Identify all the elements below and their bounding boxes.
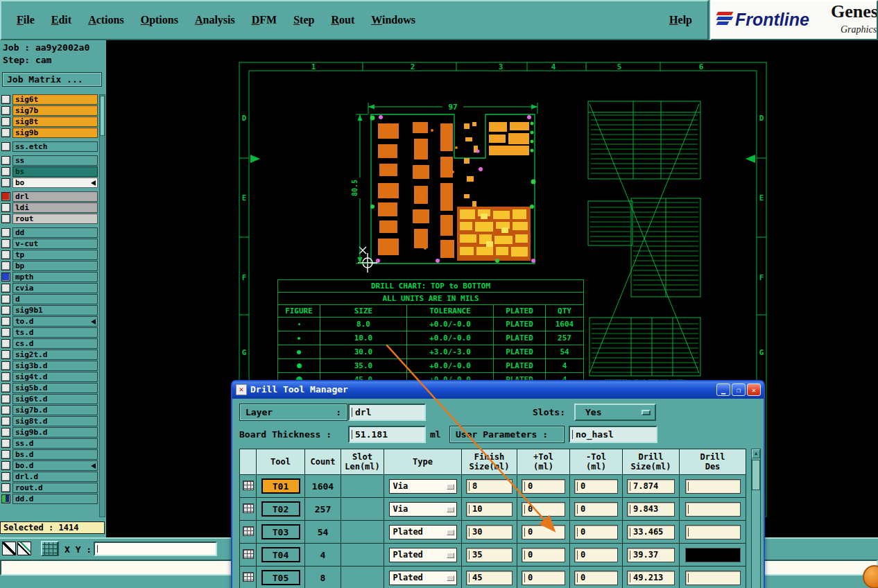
layer-name-label[interactable]: v-cut [12,239,98,249]
scroll-up-icon[interactable]: ▲ [752,449,760,458]
row-handle-icon[interactable] [243,503,254,513]
layer-row-ts.d[interactable]: ts.d [1,327,98,338]
job-matrix-button[interactable]: Job Matrix ... [2,72,102,87]
drill-size-input[interactable]: 7.874 [627,479,675,494]
finish-size-input[interactable]: 45 [466,571,513,585]
layer-visibility-checkbox[interactable] [1,95,10,104]
layer-visibility-checkbox[interactable] [1,128,10,137]
minus-tol-input[interactable]: 0 [574,571,618,585]
minus-tol-input[interactable]: 0 [574,525,618,539]
layer-row-drl.d[interactable]: drl.d [1,472,98,482]
layer-name-label[interactable]: sig5b.d [12,383,98,393]
menu-item-options[interactable]: Options [141,1,178,39]
layer-visibility-checkbox[interactable] [1,417,10,426]
layer-visibility-checkbox[interactable] [1,228,10,237]
plus-tol-input[interactable]: 0 [522,502,565,517]
maximize-icon[interactable] [732,383,746,396]
layer-name-label[interactable]: ldi [12,202,98,213]
layer-name-label[interactable]: bs.d [12,449,98,460]
finish-size-input[interactable]: 8 [466,479,513,494]
layer-name-label[interactable]: sig8t [12,116,98,127]
layer-row-tp[interactable]: tp [1,250,98,260]
layer-visibility-checkbox[interactable] [1,461,10,470]
layer-row-sig2t.d[interactable]: sig2t.d [1,349,98,360]
row-handle-icon[interactable] [243,526,254,536]
layer-row-bo[interactable]: bo [1,178,98,188]
row-handle-icon[interactable] [243,481,254,490]
layer-name-label[interactable]: ss.etch [12,141,98,152]
layer-visibility-checkbox[interactable] [1,239,10,248]
layer-row-d[interactable]: d [1,294,98,304]
layer-name-label[interactable]: sig7b [12,105,98,116]
layer-row-sig5b.d[interactable]: sig5b.d [1,383,98,393]
layer-row-sig9b1[interactable]: sig9b1 [1,305,98,315]
layer-visibility-checkbox[interactable] [1,406,10,415]
menu-item-windows[interactable]: Windows [371,1,415,39]
layer-row-sig4t.d[interactable]: sig4t.d [1,372,98,382]
plus-tol-input[interactable]: 0 [522,548,565,562]
minus-tol-input[interactable]: 0 [574,548,618,562]
layer-visibility-checkbox[interactable] [1,250,10,259]
minimize-icon[interactable] [716,383,730,396]
plus-tol-input[interactable]: 0 [522,525,565,539]
layer-list-scrollbar[interactable] [99,94,105,517]
drill-size-input[interactable]: 33.465 [627,525,675,539]
layer-row-cvia[interactable]: cvia [1,283,98,293]
type-dropdown[interactable]: Plated [389,548,457,562]
drill-des-input[interactable] [685,479,741,494]
layer-name-label[interactable]: tp [12,250,98,260]
layer-name-label[interactable]: mpth [12,272,98,282]
layer-visibility-checkbox[interactable] [1,361,10,370]
type-dropdown[interactable]: Plated [389,525,457,539]
drill-des-input[interactable] [685,548,741,562]
layer-name-label[interactable]: sig6t.d [12,394,98,404]
layer-visibility-checkbox[interactable] [1,106,10,115]
layer-name-label[interactable]: cs.d [12,338,98,349]
layer-row-sig7b.d[interactable]: sig7b.d [1,405,98,415]
tool-button[interactable]: T04 [261,547,300,562]
tool-button[interactable]: T03 [261,524,300,539]
layer-row-dd.d[interactable]: dd.d [1,494,98,504]
layer-visibility-checkbox[interactable] [1,192,10,201]
select-tool-icon[interactable] [2,542,16,555]
layer-name-label[interactable]: drl [12,191,98,202]
layer-row-ss[interactable]: ss [1,155,98,166]
layer-name-label[interactable]: to.d [12,316,98,327]
layer-visibility-checkbox[interactable] [1,472,10,481]
minus-tol-input[interactable]: 0 [574,502,618,517]
layer-visibility-checkbox[interactable] [1,439,10,448]
layer-row-cs.d[interactable]: cs.d [1,338,98,349]
layer-name-label[interactable]: sig9b.d [12,427,98,438]
layer-name-input[interactable]: drl [348,404,426,421]
layer-row-v-cut[interactable]: v-cut [1,239,98,249]
menu-item-actions[interactable]: Actions [88,1,124,39]
layer-name-label[interactable]: bp [12,261,98,271]
layer-visibility-checkbox[interactable] [1,339,10,348]
layer-name-label[interactable]: d [12,294,98,304]
plus-tol-input[interactable]: 0 [522,479,565,494]
layer-row-bo.d[interactable]: bo.d [1,460,98,471]
minus-tol-input[interactable]: 0 [574,479,618,494]
layer-row-bs[interactable]: bs [1,166,98,177]
layer-row-sig8t.d[interactable]: sig8t.d [1,416,98,426]
finish-size-input[interactable]: 30 [466,525,513,539]
menu-item-analysis[interactable]: Analysis [195,1,235,39]
layer-name-label[interactable]: dd.d [12,494,98,504]
layer-visibility-checkbox[interactable] [1,117,10,126]
finish-size-input[interactable]: 35 [466,548,513,562]
layer-row-ss.etch[interactable]: ss.etch [1,141,98,152]
type-dropdown[interactable]: Via [389,502,457,517]
type-dropdown[interactable]: Plated [389,571,457,585]
drill-size-input[interactable]: 49.213 [627,571,675,585]
type-dropdown[interactable]: Via [389,479,457,494]
layer-name-label[interactable]: sig7b.d [12,405,98,415]
layer-name-label[interactable]: sig9b1 [12,305,98,315]
layer-row-sig3b.d[interactable]: sig3b.d [1,361,98,371]
table-scrollbar[interactable]: ▲ [751,449,761,588]
layer-visibility-checkbox[interactable] [1,372,10,381]
layer-visibility-checkbox[interactable] [1,383,10,392]
menu-item-edit[interactable]: Edit [51,1,71,39]
close-icon[interactable] [747,383,761,396]
drill-des-input[interactable] [685,571,741,585]
layer-visibility-checkbox[interactable] [1,328,10,337]
